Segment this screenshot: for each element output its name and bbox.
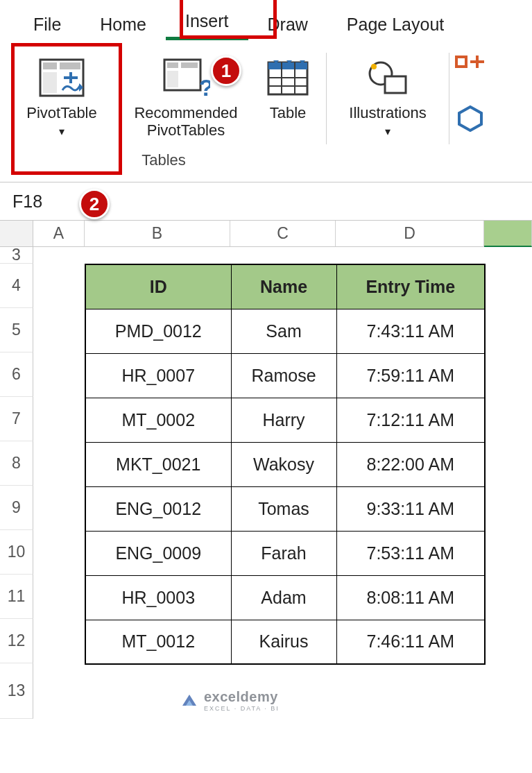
cell-time[interactable]: 7:53:11 AM (336, 531, 485, 575)
row-header[interactable]: 3 (0, 247, 33, 264)
name-box[interactable]: F18 (0, 192, 55, 212)
hexagon-icon[interactable] (455, 104, 486, 135)
row-header[interactable]: 12 (0, 619, 33, 663)
cell-name[interactable]: Wakosy (231, 442, 336, 486)
col-header-B[interactable]: B (85, 221, 230, 247)
row-headers: 3 4 5 6 7 8 9 10 11 12 13 (0, 247, 33, 719)
cell-id[interactable]: MT_0002 (85, 398, 231, 442)
table-icon (266, 54, 309, 101)
chevron-down-icon: ▾ (59, 126, 65, 137)
svg-text:?: ? (199, 74, 210, 99)
header-time[interactable]: Entry Time (336, 264, 485, 309)
table-row: MT_0012Kairus7:46:11 AM (85, 620, 485, 664)
table-label: Table (270, 104, 307, 144)
svg-marker-25 (459, 107, 481, 130)
row-header[interactable]: 6 (0, 352, 33, 397)
header-name[interactable]: Name (231, 264, 336, 309)
data-table: ID Name Entry Time PMD_0012Sam7:43:11 AM… (85, 264, 486, 665)
select-all-corner[interactable] (0, 221, 33, 247)
header-id[interactable]: ID (85, 264, 231, 309)
pivottable-icon (37, 54, 86, 101)
table-header-row: ID Name Entry Time (85, 264, 485, 309)
ribbon: 1 2 PivotTable▾ (0, 40, 532, 169)
svg-rect-6 (167, 62, 178, 68)
row-header[interactable]: 9 (0, 486, 33, 530)
ribbon-separator (449, 53, 449, 144)
cell-id[interactable]: HR_0007 (85, 353, 231, 398)
tab-home[interactable]: Home (80, 8, 166, 40)
shapes-icon (366, 54, 410, 101)
tab-draw[interactable]: Draw (248, 8, 327, 40)
cells-area[interactable]: ID Name Entry Time PMD_0012Sam7:43:11 AM… (33, 247, 532, 719)
recommended-label-2: PivotTables (147, 121, 225, 139)
illustrations-label: Illustrations (349, 104, 426, 121)
row-header[interactable]: 8 (0, 441, 33, 486)
svg-rect-1 (43, 62, 57, 69)
row-header[interactable]: 13 (0, 663, 33, 719)
svg-rect-11 (268, 62, 307, 69)
group-label-tables: Tables (141, 151, 186, 169)
ribbon-separator (326, 53, 327, 144)
col-header-D[interactable]: D (336, 221, 484, 247)
table-row: HR_0007Ramose7:59:11 AM (85, 353, 485, 398)
ribbon-group-partial (455, 49, 486, 169)
svg-rect-20 (385, 76, 406, 93)
cell-name[interactable]: Sam (231, 309, 336, 353)
cell-id[interactable]: MT_0012 (85, 620, 231, 664)
watermark-icon (180, 692, 198, 710)
table-button[interactable]: Table (255, 49, 320, 147)
cell-time[interactable]: 9:33:11 AM (336, 486, 485, 531)
addins-icon[interactable] (455, 56, 486, 86)
cell-time[interactable]: 7:46:11 AM (336, 620, 485, 664)
cell-id[interactable]: ENG_0012 (85, 486, 231, 531)
tab-file[interactable]: File (14, 8, 80, 40)
cell-time[interactable]: 7:43:11 AM (336, 309, 485, 353)
svg-rect-22 (456, 57, 466, 67)
cell-time[interactable]: 8:22:00 AM (336, 442, 485, 486)
watermark-tagline: EXCEL · DATA · BI (204, 705, 280, 712)
pivottable-label: PivotTable (26, 104, 97, 121)
cell-time[interactable]: 7:12:11 AM (336, 398, 485, 442)
cell-name[interactable]: Ramose (231, 353, 336, 398)
cell-time[interactable]: 7:59:11 AM (336, 353, 485, 398)
cell-name[interactable]: Adam (231, 575, 336, 620)
svg-rect-2 (60, 62, 80, 69)
recommended-pivottables-icon: ? (162, 54, 210, 101)
col-header-E-partial[interactable] (484, 221, 532, 247)
table-row: PMD_0012Sam7:43:11 AM (85, 309, 485, 353)
svg-rect-8 (167, 71, 178, 87)
row-header[interactable]: 4 (0, 264, 33, 308)
table-row: ENG_0012Tomas9:33:11 AM (85, 486, 485, 531)
cell-name[interactable]: Kairus (231, 620, 336, 664)
cell-name[interactable]: Farah (231, 531, 336, 575)
column-headers: A B C D (0, 221, 532, 247)
col-header-C[interactable]: C (230, 221, 336, 247)
cell-id[interactable]: PMD_0012 (85, 309, 231, 353)
cell-id[interactable]: HR_0003 (85, 575, 231, 620)
row-header[interactable]: 5 (0, 308, 33, 352)
tab-insert[interactable]: Insert (166, 4, 248, 40)
pivottable-button[interactable]: PivotTable▾ (7, 49, 117, 147)
row-header[interactable]: 7 (0, 397, 33, 441)
worksheet-grid[interactable]: A B C D 3 4 5 6 7 8 9 10 11 12 13 ID Nam… (0, 221, 532, 719)
cell-name[interactable]: Tomas (231, 486, 336, 531)
group-label-illustrations-empty (386, 151, 390, 169)
watermark: exceldemy EXCEL · DATA · BI (180, 689, 280, 712)
cell-name[interactable]: Harry (231, 398, 336, 442)
cell-time[interactable]: 8:08:11 AM (336, 575, 485, 620)
cell-id[interactable]: ENG_0009 (85, 531, 231, 575)
svg-rect-3 (43, 72, 57, 93)
tab-page-layout[interactable]: Page Layout (327, 8, 463, 40)
illustrations-button[interactable]: Illustrations▾ (332, 49, 443, 147)
col-header-A[interactable]: A (33, 221, 85, 247)
table-row: HR_0003Adam8:08:11 AM (85, 575, 485, 620)
row-header[interactable]: 11 (0, 575, 33, 619)
cell-id[interactable]: MKT_0021 (85, 442, 231, 486)
ribbon-group-tables: PivotTable▾ ? RecommendedPivotTables (7, 49, 320, 169)
table-row: MKT_0021Wakosy8:22:00 AM (85, 442, 485, 486)
table-row: MT_0002Harry7:12:11 AM (85, 398, 485, 442)
watermark-brand: exceldemy (204, 689, 278, 704)
row-header[interactable]: 10 (0, 530, 33, 575)
table-row: ENG_0009Farah7:53:11 AM (85, 531, 485, 575)
ribbon-group-illustrations: Illustrations▾ (332, 49, 443, 169)
